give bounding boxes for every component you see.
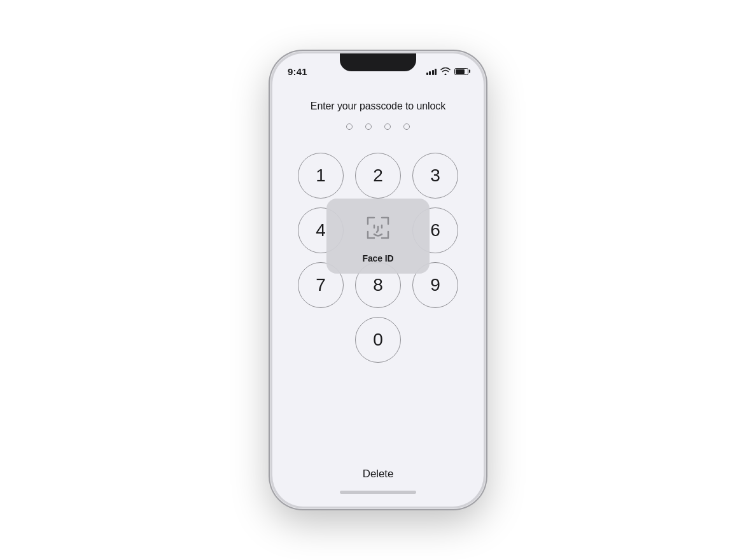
home-indicator <box>340 491 416 494</box>
face-id-label: Face ID <box>362 253 393 263</box>
dot-3 <box>384 123 391 130</box>
key-1[interactable]: 1 <box>298 153 344 199</box>
passcode-prompt: Enter your passcode to unlock <box>311 101 445 112</box>
status-time: 9:41 <box>288 66 307 77</box>
screen-content: Enter your passcode to unlock 1 2 3 4 <box>272 81 484 463</box>
keypad-row-1: 1 2 3 <box>298 153 458 199</box>
notch <box>340 53 416 71</box>
bottom-area: Delete <box>272 463 484 507</box>
key-3[interactable]: 3 <box>412 153 458 199</box>
battery-icon <box>454 68 468 75</box>
phone-frame: 9:41 Enter y <box>270 51 486 509</box>
passcode-dots <box>346 123 410 130</box>
face-id-overlay[interactable]: Face ID <box>326 199 430 274</box>
dot-1 <box>346 123 353 130</box>
face-id-icon <box>361 211 395 244</box>
keypad-row-2: 4 5 6 <box>298 207 458 253</box>
phone-screen: 9:41 Enter y <box>272 53 484 507</box>
key-2[interactable]: 2 <box>355 153 401 199</box>
signal-icon <box>426 67 437 75</box>
wifi-icon <box>440 67 451 75</box>
dot-2 <box>365 123 372 130</box>
status-icons <box>426 67 469 75</box>
delete-button[interactable]: Delete <box>350 463 407 486</box>
key-0[interactable]: 0 <box>355 317 401 363</box>
face-id-icon-wrap <box>358 207 398 248</box>
keypad: 1 2 3 4 5 6 <box>298 153 458 363</box>
keypad-row-4: 0 <box>355 317 401 363</box>
dot-4 <box>403 123 410 130</box>
